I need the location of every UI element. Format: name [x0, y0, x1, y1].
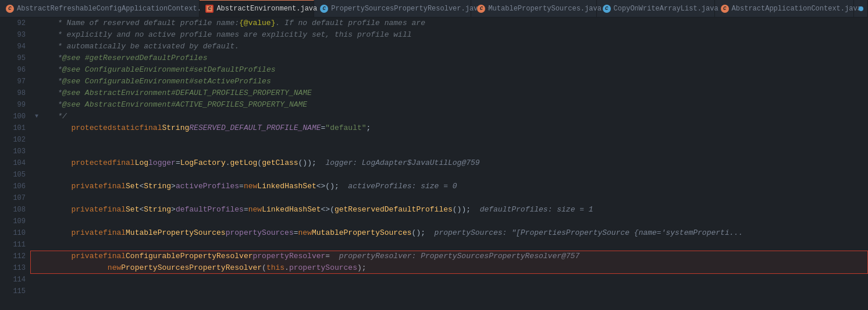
tab-property-sources-resolver[interactable]: C PropertySourcesPropertyResolver.java ×	[314, 0, 471, 17]
tab-label-2: AbstractEnvironment.java	[216, 5, 317, 13]
code-text	[35, 204, 71, 216]
code-text: LinkedHashSet	[257, 181, 316, 192]
line-num-102: 102	[0, 134, 26, 146]
tab-indicator[interactable]	[854, 0, 868, 17]
code-text: <	[139, 181, 144, 192]
tab-bar: C AbstractRefreshableConfigApplicationCo…	[0, 0, 868, 17]
code-line-101: protected static final String RESERVED_D…	[35, 122, 868, 134]
code-text: <>(	[321, 204, 335, 216]
tab-mutable-property-sources[interactable]: C MutablePropertySources.java ×	[471, 0, 596, 17]
line-num-111: 111	[0, 239, 26, 251]
code-line-106: private final Set<String> activeProfiles…	[35, 181, 868, 192]
tab-copy-on-write[interactable]: C CopyOnWriteArrayList.java ×	[597, 0, 715, 17]
code-text: =	[294, 227, 298, 239]
code-line-96: * @see ConfigurableEnvironment#setDefaul…	[35, 64, 868, 76]
tab-abstract-refreshable[interactable]: C AbstractRefreshableConfigApplicationCo…	[0, 0, 200, 17]
line-num-115: 115	[0, 286, 26, 297]
tab-abstract-application-context[interactable]: C AbstractApplicationContext.java ×	[715, 0, 855, 17]
code-text: <	[139, 204, 144, 216]
code-line-105	[35, 169, 868, 181]
line-num-109: 109	[0, 216, 26, 227]
code-text: LinkedHashSet	[262, 204, 321, 216]
code-text: protected	[71, 157, 112, 169]
code-text: new	[298, 227, 312, 239]
code-line-111	[35, 239, 868, 251]
editor-window: C AbstractRefreshableConfigApplicationCo…	[0, 0, 868, 310]
code-text: private	[71, 251, 103, 262]
code-text: ());	[298, 157, 326, 169]
line-num-106: 106	[0, 181, 26, 192]
code-text: * automatically be activated by default.	[35, 41, 239, 52]
code-text: "default"	[325, 122, 366, 134]
line-num-96: 96	[0, 64, 26, 76]
code-text: propertySources	[289, 262, 357, 274]
line-num-104: 104	[0, 157, 26, 169]
line-num-97: 97	[0, 76, 26, 87]
code-text: );	[357, 262, 367, 274]
code-text: =	[176, 157, 180, 169]
code-text: logger: LogAdapter$JavaUtilLog@759	[325, 157, 479, 169]
code-text: private	[71, 227, 103, 239]
highlighted-block: private final ConfigurablePropertyResolv…	[35, 251, 868, 274]
code-line-108: private final Set<String> defaultProfile…	[35, 204, 868, 216]
code-text: =	[321, 122, 326, 134]
code-line-107	[35, 192, 868, 204]
code-text: Set	[126, 181, 139, 192]
code-text: new	[108, 262, 121, 274]
code-text: =	[244, 204, 248, 216]
code-text: >	[171, 204, 176, 216]
code-line-103	[35, 146, 868, 157]
code-text: *	[35, 52, 62, 64]
fold-icon[interactable]: ▼	[35, 111, 38, 122]
line-num-101: 101	[0, 122, 26, 134]
code-text: static	[112, 122, 140, 134]
code-text: defaultProfiles	[176, 204, 244, 216]
line-num-92: 92	[0, 17, 26, 29]
code-text: .	[284, 262, 289, 274]
code-text: MutablePropertySources	[312, 227, 412, 239]
line-num-107: 107	[0, 192, 26, 204]
code-text: =	[239, 181, 244, 192]
line-num-110: 110	[0, 227, 26, 239]
tab-abstract-environment[interactable]: C AbstractEnvironment.java ×	[200, 0, 314, 17]
code-text: ConfigurablePropertyResolver	[126, 251, 252, 262]
code-text: RESERVED_DEFAULT_PROFILE_NAME	[189, 122, 321, 134]
line-num-105: 105	[0, 169, 26, 181]
line-num-108: 108	[0, 204, 26, 216]
code-text: new	[244, 181, 257, 192]
code-text: PropertySourcesPropertyResolver	[121, 262, 262, 274]
line-num-98: 98	[0, 87, 26, 99]
code-text: * Name of reserved default profile name:	[35, 17, 239, 29]
line-num-100: 100	[0, 111, 26, 122]
code-text	[35, 157, 71, 169]
line-num-94: 94	[0, 41, 26, 52]
code-text: @see ConfigurableEnvironment#setDefaultP…	[62, 64, 276, 76]
tab-label-4: MutablePropertySources.java	[488, 5, 601, 13]
code-text: activeProfiles	[176, 181, 239, 192]
tab-icon-1: C	[6, 5, 14, 13]
code-line-95: * @see #getReservedDefaultProfiles	[35, 52, 868, 64]
tab-label-5: CopyOnWriteArrayList.java	[614, 5, 718, 13]
tab-icon-4: C	[477, 5, 485, 13]
tab-more-indicator	[859, 6, 863, 11]
tab-label-1: AbstractRefreshableConfigApplicationCont…	[17, 5, 218, 13]
code-text: * explicitly and no active profile names…	[35, 29, 412, 41]
code-text: @see AbstractEnvironment#DEFAULT_PROFILE…	[62, 87, 312, 99]
tab-icon-5: C	[603, 5, 611, 13]
line-num-113: 113	[0, 262, 26, 274]
code-text: propertyResolver: PropertySourcesPropert…	[339, 251, 579, 262]
code-text: String	[144, 204, 171, 216]
tab-icon-6: C	[721, 5, 729, 13]
code-line-115	[35, 286, 868, 297]
code-text: *	[35, 99, 62, 111]
code-text: String	[144, 181, 171, 192]
code-line-104: protected final Log logger = LogFactory.…	[35, 157, 868, 169]
code-text: final	[139, 122, 162, 134]
tab-label-3: PropertySourcesPropertyResolver.java	[331, 5, 482, 13]
code-text: final	[112, 157, 135, 169]
code-text: final	[103, 227, 126, 239]
code-text: new	[248, 204, 262, 216]
code-line-93: * explicitly and no active profile names…	[35, 29, 868, 41]
line-num-114: 114	[0, 274, 26, 286]
code-text: private	[71, 181, 103, 192]
